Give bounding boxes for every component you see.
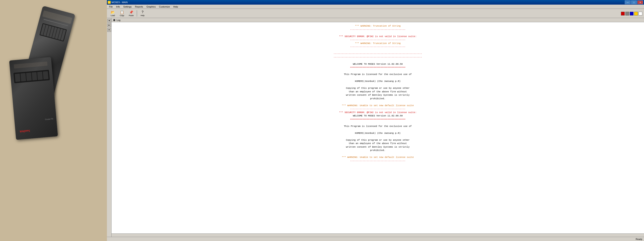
- log-line: written consent of Bentley Systems is st…: [116, 145, 640, 149]
- menu-bar: FileInfoSettingsReportsGraphicsCustomize…: [107, 4, 644, 9]
- log-line: than an employee of the above firm witho…: [116, 142, 640, 145]
- swatch-red[interactable]: [621, 12, 625, 15]
- log-line: prohibited.: [116, 149, 640, 152]
- help-label: Help: [141, 14, 145, 16]
- horizontal-scrollbar[interactable]: [112, 234, 644, 237]
- load-icon: 📂: [111, 10, 115, 14]
- log-output[interactable]: *** WARNING: Truncation of String-------…: [112, 22, 644, 234]
- toolbar-separator: [137, 10, 137, 16]
- log-line: [116, 49, 640, 52]
- toolbar-btn-copy[interactable]: 📋 Copy: [118, 9, 126, 17]
- log-line: *** WARNING: Truncation of String: [116, 24, 640, 28]
- log-line: ----------------------------------------: [116, 45, 640, 49]
- log-line: *** SECURITY ERROR: @FINI is not valid i…: [116, 35, 640, 38]
- log-line: ----------------------------------------: [116, 38, 640, 42]
- log-line: [116, 135, 640, 138]
- log-line: KOMERI(Jeonbuk) (Cho Jaesang p.R): [116, 132, 640, 135]
- swatch-gray[interactable]: [625, 12, 629, 15]
- log-line: *** WARNING: Truncation of String: [116, 42, 640, 45]
- status-text: Ready: [636, 238, 642, 240]
- menu-item-file[interactable]: File: [108, 5, 114, 8]
- menu-item-reports[interactable]: Reports: [134, 5, 144, 8]
- log-line: Copying of this program or use by anyone…: [116, 138, 640, 142]
- menu-item-graphics[interactable]: Graphics: [145, 5, 157, 8]
- toolbar-btn-help[interactable]: ? Help: [138, 9, 147, 17]
- log-line: ----------------------------------------: [116, 28, 640, 31]
- log-line: ----------------------------------------: [116, 159, 640, 163]
- log-line: ========================================: [116, 66, 640, 69]
- copy-label: Copy: [120, 14, 124, 16]
- window-title: MOSES - MAIN: [112, 1, 128, 3]
- help-icon: ?: [140, 10, 145, 14]
- toolbar-btn-paste[interactable]: 📌 Paste: [127, 9, 136, 17]
- log-line: [116, 121, 640, 125]
- log-line: [116, 152, 640, 156]
- log-header: Log: [112, 18, 644, 22]
- sidebar: ◄ ► ●: [107, 18, 112, 237]
- title-bar: M MOSES - MAIN — □ ✕: [107, 0, 644, 4]
- log-line: [116, 76, 640, 80]
- log-line: [116, 31, 640, 35]
- log-line: This Program is licensed for the exclusi…: [116, 73, 640, 76]
- paste-icon: 📌: [129, 10, 133, 14]
- swatch-yellow[interactable]: [634, 12, 638, 15]
- maximize-button[interactable]: □: [631, 0, 637, 4]
- sidebar-btn-2[interactable]: ►: [107, 23, 111, 27]
- menu-item-customize[interactable]: Customize: [158, 5, 171, 8]
- log-line: [116, 128, 640, 132]
- log-label: Log: [116, 19, 120, 21]
- usb-drive-2: SanDisk Cruzer Fit: [9, 57, 58, 140]
- log-line: This Program is licensed for the exclusi…: [116, 125, 640, 128]
- log-line: *** WARNING: Unable to set new default l…: [116, 156, 640, 159]
- log-line: WELCOME TO MOSES Version 11.02.00.50: [116, 114, 640, 118]
- toolbar-btn-load[interactable]: 📂 Load: [108, 9, 117, 17]
- app-icon: M: [108, 1, 111, 4]
- main-content: *** WARNING: Truncation of String-------…: [112, 22, 644, 237]
- menu-item-settings[interactable]: Settings: [122, 5, 133, 8]
- minimize-button[interactable]: —: [625, 0, 630, 4]
- color-swatches: [621, 12, 642, 15]
- log-line: *** WARNING: Unable to set new default l…: [116, 104, 640, 107]
- sidebar-btn-3[interactable]: ●: [107, 28, 111, 32]
- close-button[interactable]: ✕: [637, 0, 643, 4]
- swatch-white[interactable]: [638, 12, 642, 15]
- log-line: [116, 69, 640, 73]
- photo-area: SanDisk SanDisk Cruzer Fit: [0, 0, 107, 241]
- sidebar-btn-1[interactable]: ◄: [107, 19, 111, 23]
- copy-icon: 📋: [120, 10, 124, 14]
- log-line: than an employee of the above firm witho…: [116, 90, 640, 94]
- log-line: [116, 59, 640, 62]
- titlebar-left: M MOSES - MAIN: [108, 1, 128, 4]
- log-line: [116, 100, 640, 104]
- toolbar: 📂 Load 📋 Copy 📌 Paste ? Help: [107, 9, 644, 18]
- log-line: ----------------------------------------: [116, 107, 640, 111]
- log-line: Copying of this program or use by anyone…: [116, 86, 640, 90]
- log-line: ========================================: [116, 118, 640, 121]
- swatch-blue[interactable]: [630, 12, 634, 15]
- log-radio[interactable]: [113, 19, 115, 21]
- log-line: *** SECURITY ERROR: @FINI is not valid i…: [116, 111, 640, 114]
- log-line: [116, 83, 640, 87]
- load-label: Load: [111, 14, 115, 16]
- log-line: ----------------------------------------…: [116, 55, 640, 59]
- titlebar-controls: — □ ✕: [625, 0, 643, 4]
- log-line: written consent of Bentley Systems is st…: [116, 93, 640, 97]
- menu-item-help[interactable]: Help: [172, 5, 179, 8]
- log-line: KOMERI(Jeonbuk) (Cho Jaesang p.R): [116, 80, 640, 83]
- log-line: prohibited.: [116, 97, 640, 100]
- menu-item-info[interactable]: Info: [115, 5, 121, 8]
- paste-label: Paste: [129, 14, 134, 16]
- log-line: WELCOME TO MOSES Version 11.02.00.50: [116, 62, 640, 66]
- log-line: ----------------------------------------…: [116, 52, 640, 55]
- status-bar: Ready: [107, 237, 644, 241]
